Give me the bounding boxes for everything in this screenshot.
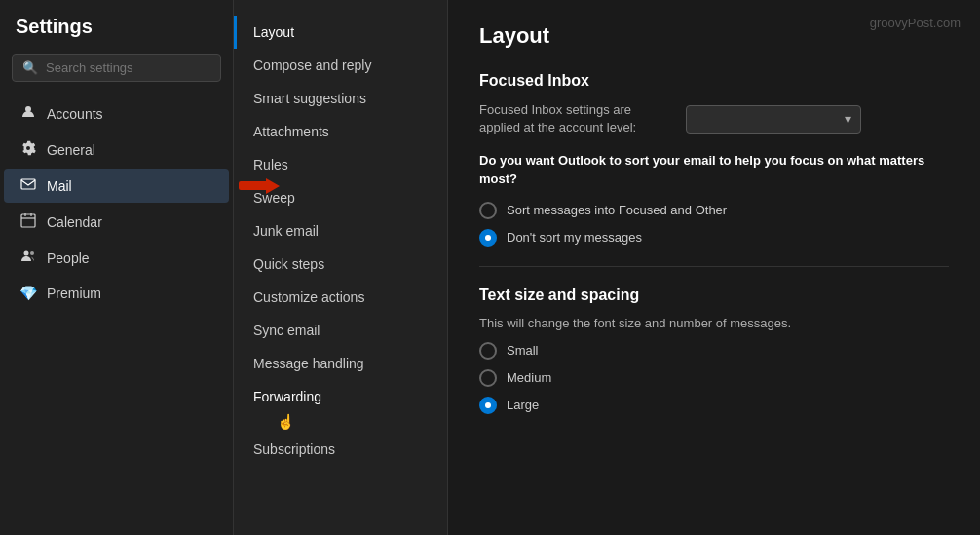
radio-medium-circle bbox=[479, 369, 497, 387]
calendar-icon bbox=[19, 212, 37, 231]
accounts-icon bbox=[19, 104, 37, 123]
focused-inbox-dropdown-label: Focused Inbox settings are applied at th… bbox=[479, 101, 674, 136]
search-box[interactable]: 🔍 bbox=[12, 54, 221, 82]
focused-inbox-title: Focused Inbox bbox=[479, 72, 949, 90]
sidebar-item-mail-label: Mail bbox=[47, 178, 72, 194]
sidebar-item-premium[interactable]: 💎 Premium bbox=[4, 277, 229, 310]
middle-item-sync-email[interactable]: Sync email bbox=[234, 314, 447, 347]
svg-rect-1 bbox=[21, 179, 35, 189]
main-content: groovyPost.com Layout Focused Inbox Focu… bbox=[448, 0, 980, 535]
radio-sort-circle bbox=[479, 202, 497, 219]
radio-small-circle bbox=[479, 342, 497, 360]
radio-no-sort-label: Don't sort my messages bbox=[507, 230, 642, 245]
general-icon bbox=[19, 140, 37, 159]
sidebar-item-general[interactable]: General bbox=[4, 133, 229, 167]
focused-inbox-dropdown[interactable] bbox=[686, 105, 861, 134]
middle-item-customize-actions[interactable]: Customize actions bbox=[234, 281, 447, 314]
focused-inbox-dropdown-wrapper bbox=[686, 105, 861, 134]
radio-medium-label: Medium bbox=[507, 370, 551, 385]
radio-large[interactable]: Large bbox=[479, 397, 949, 414]
app-title: Settings bbox=[0, 16, 233, 54]
radio-no-sort-circle bbox=[479, 229, 497, 247]
text-size-title: Text size and spacing bbox=[479, 287, 949, 304]
radio-large-label: Large bbox=[507, 398, 539, 412]
radio-no-sort[interactable]: Don't sort my messages bbox=[479, 229, 949, 247]
focused-inbox-question: Do you want Outlook to sort your email t… bbox=[479, 152, 949, 187]
radio-large-circle bbox=[479, 397, 497, 414]
sidebar-item-mail[interactable]: Mail bbox=[4, 169, 229, 203]
middle-item-subscriptions[interactable]: Subscriptions bbox=[234, 433, 447, 466]
sidebar-item-people[interactable]: People bbox=[4, 241, 229, 275]
radio-small[interactable]: Small bbox=[479, 342, 949, 360]
people-icon bbox=[19, 248, 37, 267]
mail-arrow bbox=[239, 178, 280, 194]
middle-item-attachments[interactable]: Attachments bbox=[234, 115, 447, 148]
focused-inbox-dropdown-row: Focused Inbox settings are applied at th… bbox=[479, 101, 949, 136]
radio-sort-focused[interactable]: Sort messages into Focused and Other bbox=[479, 202, 949, 219]
section-divider bbox=[479, 266, 949, 267]
middle-panel: Layout Compose and reply Smart suggestio… bbox=[234, 0, 448, 535]
sidebar: Settings 🔍 Accounts General Mail Calenda… bbox=[0, 0, 234, 535]
svg-rect-2 bbox=[21, 214, 35, 227]
middle-item-layout[interactable]: Layout bbox=[234, 16, 447, 49]
sidebar-item-general-label: General bbox=[47, 142, 95, 158]
middle-item-forwarding[interactable]: Forwarding ☝️ bbox=[234, 380, 447, 413]
svg-point-6 bbox=[24, 251, 29, 256]
mail-icon bbox=[19, 176, 37, 195]
middle-item-rules[interactable]: Rules bbox=[234, 148, 447, 181]
middle-item-junk-email[interactable]: Junk email bbox=[234, 214, 447, 248]
text-size-desc: This will change the font size and numbe… bbox=[479, 316, 949, 330]
middle-item-message-handling[interactable]: Message handling bbox=[234, 347, 447, 380]
middle-item-smart-suggestions[interactable]: Smart suggestions bbox=[234, 82, 447, 115]
sidebar-item-people-label: People bbox=[47, 250, 90, 266]
radio-medium[interactable]: Medium bbox=[479, 369, 949, 387]
sidebar-item-premium-label: Premium bbox=[47, 286, 101, 301]
middle-item-quick-steps[interactable]: Quick steps bbox=[234, 248, 447, 281]
sidebar-item-accounts[interactable]: Accounts bbox=[4, 96, 229, 131]
sidebar-item-calendar-label: Calendar bbox=[47, 214, 102, 230]
search-icon: 🔍 bbox=[22, 60, 38, 75]
focused-inbox-section: Focused Inbox Focused Inbox settings are… bbox=[479, 72, 949, 247]
svg-point-7 bbox=[30, 251, 34, 255]
sidebar-item-accounts-label: Accounts bbox=[47, 106, 103, 122]
search-input[interactable] bbox=[46, 60, 210, 75]
watermark: groovyPost.com bbox=[870, 16, 961, 30]
sidebar-item-calendar[interactable]: Calendar bbox=[4, 205, 229, 239]
radio-sort-label: Sort messages into Focused and Other bbox=[507, 203, 727, 217]
premium-icon: 💎 bbox=[19, 285, 37, 302]
middle-item-compose-reply[interactable]: Compose and reply bbox=[234, 49, 447, 82]
text-size-section: Text size and spacing This will change t… bbox=[479, 287, 949, 414]
cursor-pointer: ☝️ bbox=[277, 413, 295, 431]
radio-small-label: Small bbox=[507, 343, 539, 358]
